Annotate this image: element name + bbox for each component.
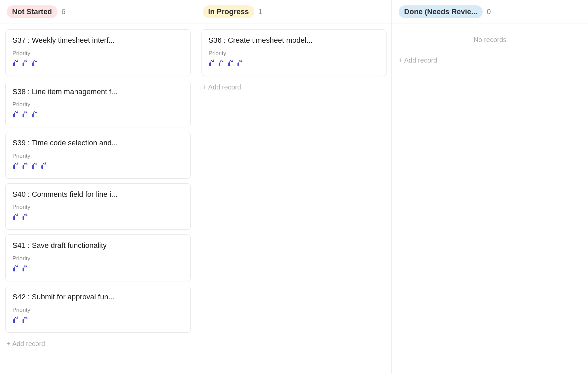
card-priority-label-s37: Priority [12, 50, 184, 57]
card-title-s37: S37 : Weekly timesheet interf... [12, 36, 184, 45]
thumb-up-icon [22, 213, 30, 223]
column-header-in-progress: In Progress1 [196, 0, 392, 24]
thumb-up-icon [22, 59, 30, 69]
card-title-s39: S39 : Time code selection and... [12, 138, 184, 148]
column-count-in-progress: 1 [258, 7, 262, 16]
thumb-up-icon [31, 59, 39, 69]
column-body-not-started: S37 : Weekly timesheet interf...Priority… [0, 24, 196, 374]
card-priority-label-s36: Priority [209, 50, 380, 57]
add-record-button-done-needs-review[interactable]: + Add record [397, 54, 438, 67]
thumb-up-icon [22, 264, 30, 274]
thumb-up-icon [41, 161, 49, 172]
thumb-up-icon [31, 161, 39, 172]
thumb-up-icon [12, 264, 21, 274]
status-badge-not-started: Not Started [7, 5, 58, 18]
column-header-done-needs-review: Done (Needs Revie...0 [392, 0, 588, 24]
column-done-needs-review: Done (Needs Revie...0No records+ Add rec… [392, 0, 588, 374]
card-s40[interactable]: S40 : Comments field for line i...Priori… [5, 183, 191, 230]
status-badge-in-progress: In Progress [203, 5, 254, 18]
add-record-button-not-started[interactable]: + Add record [5, 337, 46, 350]
card-title-s36: S36 : Create timesheet model... [209, 36, 380, 45]
status-badge-done-needs-review: Done (Needs Revie... [399, 5, 483, 18]
card-s37[interactable]: S37 : Weekly timesheet interf...Priority [5, 29, 191, 76]
thumb-up-icon [12, 110, 21, 120]
card-s38[interactable]: S38 : Line item management f...Priority [5, 81, 191, 127]
card-priority-label-s38: Priority [12, 101, 184, 108]
column-body-in-progress: S36 : Create timesheet model...Priority+… [196, 24, 392, 374]
card-thumbs-s42 [12, 315, 184, 326]
thumb-up-icon [22, 315, 30, 326]
column-count-not-started: 6 [62, 7, 66, 16]
card-priority-label-s42: Priority [12, 307, 184, 313]
no-records-label: No records [397, 29, 583, 49]
thumb-up-icon [209, 59, 217, 69]
thumb-up-icon [22, 110, 30, 120]
card-priority-label-s41: Priority [12, 255, 184, 262]
thumb-up-icon [12, 161, 21, 172]
thumb-up-icon [12, 213, 21, 223]
kanban-board: Not Started6S37 : Weekly timesheet inter… [0, 0, 588, 374]
column-not-started: Not Started6S37 : Weekly timesheet inter… [0, 0, 196, 374]
thumb-up-icon [227, 59, 235, 69]
thumb-up-icon [31, 110, 39, 120]
card-s41[interactable]: S41 : Save draft functionalityPriority [5, 234, 191, 281]
card-thumbs-s41 [12, 264, 184, 274]
column-header-not-started: Not Started6 [0, 0, 196, 24]
card-s36[interactable]: S36 : Create timesheet model...Priority [201, 29, 387, 76]
column-count-done-needs-review: 0 [487, 7, 491, 16]
card-priority-label-s40: Priority [12, 204, 184, 211]
card-thumbs-s37 [12, 59, 184, 69]
thumb-up-icon [218, 59, 226, 69]
thumb-up-icon [12, 59, 21, 69]
card-title-s38: S38 : Line item management f... [12, 87, 184, 97]
card-thumbs-s39 [12, 161, 184, 172]
column-body-done-needs-review: No records+ Add record [392, 24, 588, 374]
column-in-progress: In Progress1S36 : Create timesheet model… [196, 0, 392, 374]
card-s39[interactable]: S39 : Time code selection and...Priority [5, 132, 191, 179]
thumb-up-icon [22, 161, 30, 172]
card-priority-label-s39: Priority [12, 153, 184, 159]
add-record-button-in-progress[interactable]: + Add record [201, 81, 243, 94]
card-title-s40: S40 : Comments field for line i... [12, 190, 184, 199]
thumb-up-icon [12, 315, 21, 326]
card-title-s42: S42 : Submit for approval fun... [12, 292, 184, 302]
card-thumbs-s36 [209, 59, 380, 69]
card-thumbs-s40 [12, 213, 184, 223]
card-s42[interactable]: S42 : Submit for approval fun...Priority [5, 286, 191, 333]
thumb-up-icon [237, 59, 245, 69]
card-title-s41: S41 : Save draft functionality [12, 241, 184, 251]
card-thumbs-s38 [12, 110, 184, 120]
